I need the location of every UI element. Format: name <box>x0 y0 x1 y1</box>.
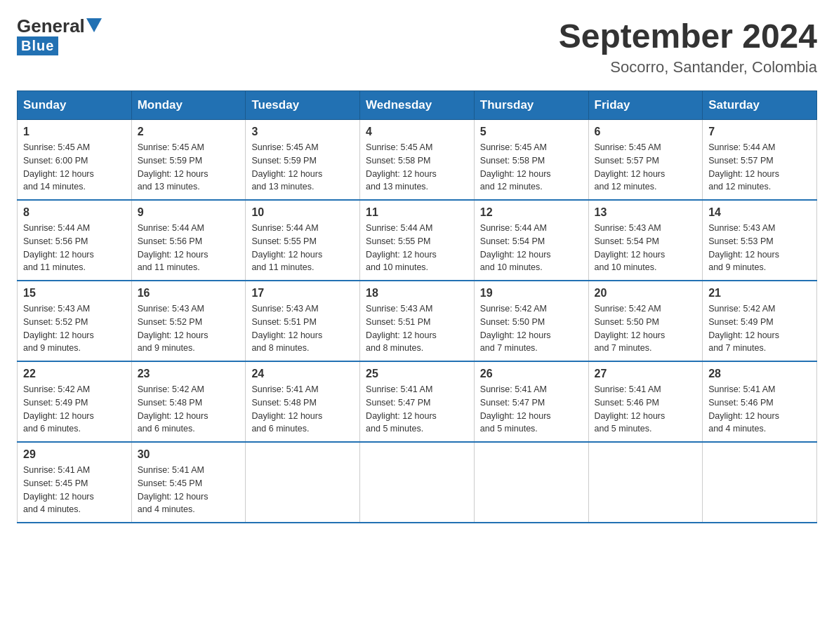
table-row: 29Sunrise: 5:41 AM Sunset: 5:45 PM Dayli… <box>18 442 132 523</box>
table-row: 9Sunrise: 5:44 AM Sunset: 5:56 PM Daylig… <box>131 200 246 281</box>
day-info: Sunrise: 5:41 AM Sunset: 5:47 PM Dayligh… <box>480 383 583 436</box>
day-number: 11 <box>366 206 468 219</box>
day-info: Sunrise: 5:41 AM Sunset: 5:45 PM Dayligh… <box>138 464 240 516</box>
table-row: 19Sunrise: 5:42 AM Sunset: 5:50 PM Dayli… <box>474 281 588 361</box>
table-row <box>360 442 475 523</box>
table-row: 24Sunrise: 5:41 AM Sunset: 5:48 PM Dayli… <box>246 361 360 442</box>
logo-blue: Blue <box>17 36 58 55</box>
day-number: 1 <box>23 126 126 138</box>
header-monday: Monday <box>131 91 246 120</box>
day-number: 20 <box>595 287 697 300</box>
day-info: Sunrise: 5:41 AM Sunset: 5:48 PM Dayligh… <box>251 383 354 436</box>
calendar-week-row: 29Sunrise: 5:41 AM Sunset: 5:45 PM Dayli… <box>18 442 817 523</box>
calendar-week-row: 8Sunrise: 5:44 AM Sunset: 5:56 PM Daylig… <box>18 200 817 281</box>
table-row <box>246 442 360 523</box>
day-number: 26 <box>480 368 583 380</box>
day-info: Sunrise: 5:43 AM Sunset: 5:51 PM Dayligh… <box>366 302 468 355</box>
day-info: Sunrise: 5:41 AM Sunset: 5:47 PM Dayligh… <box>366 383 468 436</box>
day-number: 28 <box>708 368 811 380</box>
day-number: 25 <box>366 368 468 380</box>
calendar-week-row: 15Sunrise: 5:43 AM Sunset: 5:52 PM Dayli… <box>18 281 817 361</box>
calendar-week-row: 22Sunrise: 5:42 AM Sunset: 5:49 PM Dayli… <box>18 361 817 442</box>
table-row: 21Sunrise: 5:42 AM Sunset: 5:49 PM Dayli… <box>703 281 817 361</box>
day-info: Sunrise: 5:44 AM Sunset: 5:57 PM Dayligh… <box>708 141 811 194</box>
day-number: 22 <box>23 368 126 380</box>
table-row: 11Sunrise: 5:44 AM Sunset: 5:55 PM Dayli… <box>360 200 475 281</box>
page-title: September 2024 <box>559 17 817 55</box>
page-header: General Blue September 2024 Socorro, San… <box>17 17 817 76</box>
day-info: Sunrise: 5:45 AM Sunset: 6:00 PM Dayligh… <box>23 141 126 194</box>
svg-marker-0 <box>86 18 102 32</box>
day-number: 27 <box>595 368 697 380</box>
day-info: Sunrise: 5:44 AM Sunset: 5:55 PM Dayligh… <box>366 222 468 274</box>
day-info: Sunrise: 5:41 AM Sunset: 5:46 PM Dayligh… <box>595 383 697 436</box>
table-row: 10Sunrise: 5:44 AM Sunset: 5:55 PM Dayli… <box>246 200 360 281</box>
day-info: Sunrise: 5:41 AM Sunset: 5:46 PM Dayligh… <box>708 383 811 436</box>
header-wednesday: Wednesday <box>360 91 475 120</box>
day-number: 15 <box>23 287 126 300</box>
table-row: 6Sunrise: 5:45 AM Sunset: 5:57 PM Daylig… <box>588 120 703 201</box>
table-row: 8Sunrise: 5:44 AM Sunset: 5:56 PM Daylig… <box>18 200 132 281</box>
day-info: Sunrise: 5:45 AM Sunset: 5:58 PM Dayligh… <box>480 141 583 194</box>
day-info: Sunrise: 5:43 AM Sunset: 5:53 PM Dayligh… <box>708 222 811 274</box>
day-number: 21 <box>708 287 811 300</box>
day-number: 13 <box>595 206 697 219</box>
day-number: 4 <box>366 126 468 138</box>
day-info: Sunrise: 5:41 AM Sunset: 5:45 PM Dayligh… <box>23 464 126 516</box>
day-number: 6 <box>595 126 697 138</box>
table-row: 25Sunrise: 5:41 AM Sunset: 5:47 PM Dayli… <box>360 361 475 442</box>
title-section: September 2024 Socorro, Santander, Colom… <box>559 17 817 76</box>
table-row: 1Sunrise: 5:45 AM Sunset: 6:00 PM Daylig… <box>18 120 132 201</box>
table-row: 23Sunrise: 5:42 AM Sunset: 5:48 PM Dayli… <box>131 361 246 442</box>
day-number: 29 <box>23 448 126 461</box>
day-info: Sunrise: 5:42 AM Sunset: 5:50 PM Dayligh… <box>480 302 583 355</box>
calendar-week-row: 1Sunrise: 5:45 AM Sunset: 6:00 PM Daylig… <box>18 120 817 201</box>
day-number: 10 <box>251 206 354 219</box>
day-number: 19 <box>480 287 583 300</box>
table-row: 30Sunrise: 5:41 AM Sunset: 5:45 PM Dayli… <box>131 442 246 523</box>
day-number: 14 <box>708 206 811 219</box>
table-row: 13Sunrise: 5:43 AM Sunset: 5:54 PM Dayli… <box>588 200 703 281</box>
page-subtitle: Socorro, Santander, Colombia <box>559 58 817 76</box>
day-info: Sunrise: 5:45 AM Sunset: 5:59 PM Dayligh… <box>138 141 240 194</box>
day-number: 8 <box>23 206 126 219</box>
table-row: 7Sunrise: 5:44 AM Sunset: 5:57 PM Daylig… <box>703 120 817 201</box>
table-row: 22Sunrise: 5:42 AM Sunset: 5:49 PM Dayli… <box>18 361 132 442</box>
day-number: 12 <box>480 206 583 219</box>
table-row: 5Sunrise: 5:45 AM Sunset: 5:58 PM Daylig… <box>474 120 588 201</box>
calendar-table: Sunday Monday Tuesday Wednesday Thursday… <box>17 90 817 523</box>
day-number: 30 <box>138 448 240 461</box>
day-number: 23 <box>138 368 240 380</box>
day-number: 2 <box>138 126 240 138</box>
day-info: Sunrise: 5:43 AM Sunset: 5:51 PM Dayligh… <box>251 302 354 355</box>
day-info: Sunrise: 5:44 AM Sunset: 5:55 PM Dayligh… <box>251 222 354 274</box>
table-row: 28Sunrise: 5:41 AM Sunset: 5:46 PM Dayli… <box>703 361 817 442</box>
day-number: 7 <box>708 126 811 138</box>
day-info: Sunrise: 5:43 AM Sunset: 5:52 PM Dayligh… <box>138 302 240 355</box>
logo-triangle-icon <box>86 18 102 32</box>
day-number: 3 <box>251 126 354 138</box>
table-row: 20Sunrise: 5:42 AM Sunset: 5:50 PM Dayli… <box>588 281 703 361</box>
logo-general: General <box>17 17 85 35</box>
day-number: 18 <box>366 287 468 300</box>
table-row: 26Sunrise: 5:41 AM Sunset: 5:47 PM Dayli… <box>474 361 588 442</box>
table-row: 3Sunrise: 5:45 AM Sunset: 5:59 PM Daylig… <box>246 120 360 201</box>
table-row: 4Sunrise: 5:45 AM Sunset: 5:58 PM Daylig… <box>360 120 475 201</box>
logo: General Blue <box>17 17 102 55</box>
day-info: Sunrise: 5:45 AM Sunset: 5:57 PM Dayligh… <box>595 141 697 194</box>
day-info: Sunrise: 5:44 AM Sunset: 5:56 PM Dayligh… <box>138 222 240 274</box>
day-info: Sunrise: 5:42 AM Sunset: 5:49 PM Dayligh… <box>23 383 126 436</box>
day-info: Sunrise: 5:45 AM Sunset: 5:58 PM Dayligh… <box>366 141 468 194</box>
table-row: 27Sunrise: 5:41 AM Sunset: 5:46 PM Dayli… <box>588 361 703 442</box>
calendar-header-row: Sunday Monday Tuesday Wednesday Thursday… <box>18 91 817 120</box>
day-info: Sunrise: 5:44 AM Sunset: 5:54 PM Dayligh… <box>480 222 583 274</box>
table-row: 12Sunrise: 5:44 AM Sunset: 5:54 PM Dayli… <box>474 200 588 281</box>
table-row: 14Sunrise: 5:43 AM Sunset: 5:53 PM Dayli… <box>703 200 817 281</box>
day-info: Sunrise: 5:42 AM Sunset: 5:50 PM Dayligh… <box>595 302 697 355</box>
table-row: 16Sunrise: 5:43 AM Sunset: 5:52 PM Dayli… <box>131 281 246 361</box>
table-row: 17Sunrise: 5:43 AM Sunset: 5:51 PM Dayli… <box>246 281 360 361</box>
table-row: 18Sunrise: 5:43 AM Sunset: 5:51 PM Dayli… <box>360 281 475 361</box>
day-info: Sunrise: 5:42 AM Sunset: 5:49 PM Dayligh… <box>708 302 811 355</box>
day-info: Sunrise: 5:43 AM Sunset: 5:52 PM Dayligh… <box>23 302 126 355</box>
header-saturday: Saturday <box>703 91 817 120</box>
